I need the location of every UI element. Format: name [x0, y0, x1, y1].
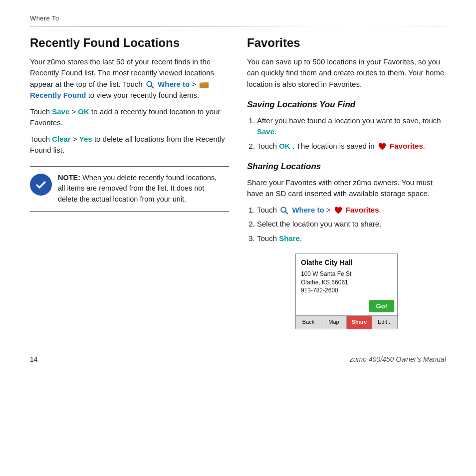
step2a-text: Touch [257, 142, 277, 150]
step2a-end: . [423, 142, 425, 150]
left-para2: Touch Save > OK to add a recently found … [30, 106, 229, 129]
left-para1-end: to view your recently found items. [88, 91, 200, 99]
right-para2: Share your Favorites with other zūmo own… [247, 177, 446, 200]
sub-title-sharing: Sharing Locations [247, 161, 446, 173]
sharing-step-3: Touch Share. [257, 233, 446, 244]
sharing-step-2: Select the location you want to share. [257, 219, 446, 230]
left-para3: Touch Clear > Yes to delete all location… [30, 134, 229, 156]
svg-line-4 [285, 212, 287, 214]
header-title: Where To [30, 14, 59, 23]
heart-icon-2 [334, 207, 343, 215]
link-yes[interactable]: Yes [79, 135, 92, 143]
left-section-title: Recently Found Locations [30, 36, 229, 50]
link-favorites-step2[interactable]: Favorites [390, 142, 423, 150]
header: Where To [30, 14, 446, 27]
right-para1: You can save up to 500 locations in your… [247, 56, 446, 90]
page: Where To Recently Found Locations Your z… [0, 0, 476, 476]
device-address: 100 W Santa Fe St Olathe, KS 66061 913-7… [301, 270, 392, 295]
link-where-to-2[interactable]: Where to [292, 206, 324, 214]
checkmark-icon [35, 179, 47, 191]
step1b-arrow: > [326, 206, 333, 214]
left-para3-start: Touch [30, 135, 50, 143]
link-favorites-step1b[interactable]: Favorites [346, 206, 379, 214]
note-box: NOTE: When you delete recently found loc… [30, 166, 229, 212]
saving-step-1: After you have found a location you want… [257, 115, 446, 138]
footer: 14 zūmo 400/450 Owner's Manual [30, 354, 446, 364]
svg-line-1 [151, 86, 153, 88]
arrow3: > [73, 135, 79, 143]
step3b-end: . [300, 234, 302, 242]
content-columns: Recently Found Locations Your zūmo store… [30, 36, 446, 329]
right-column: Favorites You can save up to 500 locatio… [247, 36, 446, 329]
arrow1: > [192, 80, 196, 88]
link-where-to[interactable]: Where to [158, 80, 190, 88]
note-label: NOTE: [58, 174, 80, 182]
note-body: When you delete recently found locations… [58, 174, 217, 204]
left-column: Recently Found Locations Your zūmo store… [30, 36, 229, 329]
device-place-name: Olathe City Hall [301, 257, 392, 267]
device-address-line1: 100 W Santa Fe St [301, 270, 351, 277]
device-footer-share[interactable]: Share [347, 316, 372, 329]
folder-icon [199, 80, 209, 89]
device-address-line2: Olathe, KS 66061 [301, 279, 348, 286]
link-ok1[interactable]: OK [78, 107, 89, 116]
note-icon-circle [30, 174, 52, 196]
go-button[interactable]: Go! [369, 300, 394, 312]
arrow2: > [71, 107, 78, 116]
link-save1[interactable]: Save [52, 107, 69, 116]
left-para2-start: Touch [30, 107, 50, 116]
sharing-step-1: Touch Where to > Favorites. [257, 205, 446, 216]
step1b-start: Touch [257, 206, 277, 214]
step1b-end: . [379, 206, 381, 214]
step1a-end: . [274, 127, 276, 136]
manual-title: zūmo 400/450 Owner's Manual [350, 354, 446, 364]
device-go-row: Go! [296, 298, 397, 315]
saving-steps: After you have found a location you want… [257, 115, 446, 152]
heart-icon [378, 143, 387, 151]
search-icon [146, 80, 155, 89]
device-footer-edit[interactable]: Edit... [372, 316, 397, 329]
page-number: 14 [30, 354, 38, 364]
left-para1: Your zūmo stores the last 50 of your rec… [30, 56, 229, 101]
link-save-step1[interactable]: Save [257, 127, 274, 136]
step3b-start: Touch [257, 234, 277, 242]
search-icon-2 [280, 206, 289, 215]
link-clear[interactable]: Clear [52, 135, 71, 143]
device-footer: Back Map Share Edit... [296, 315, 397, 329]
sharing-steps: Touch Where to > Favorites. Select the l… [257, 205, 446, 244]
step1a-text: After you have found a location you want… [257, 116, 441, 125]
device-info: Olathe City Hall 100 W Santa Fe St Olath… [296, 253, 397, 298]
device-footer-back[interactable]: Back [296, 316, 321, 329]
saving-step-2: Touch OK . The location is saved in Favo… [257, 141, 446, 152]
note-text: NOTE: When you delete recently found loc… [58, 173, 223, 205]
device-footer-map[interactable]: Map [321, 316, 347, 329]
sub-title-saving: Saving Locations You Find [247, 99, 446, 111]
link-share[interactable]: Share [279, 234, 300, 242]
device-phone: 913-782-2600 [301, 287, 338, 294]
step2a-mid: . The location is saved in [292, 142, 375, 150]
device-screenshot: Olathe City Hall 100 W Santa Fe St Olath… [295, 253, 398, 329]
link-recently-found[interactable]: Recently Found [30, 91, 86, 99]
right-section-title: Favorites [247, 36, 446, 50]
link-ok-step2[interactable]: OK [279, 142, 290, 150]
